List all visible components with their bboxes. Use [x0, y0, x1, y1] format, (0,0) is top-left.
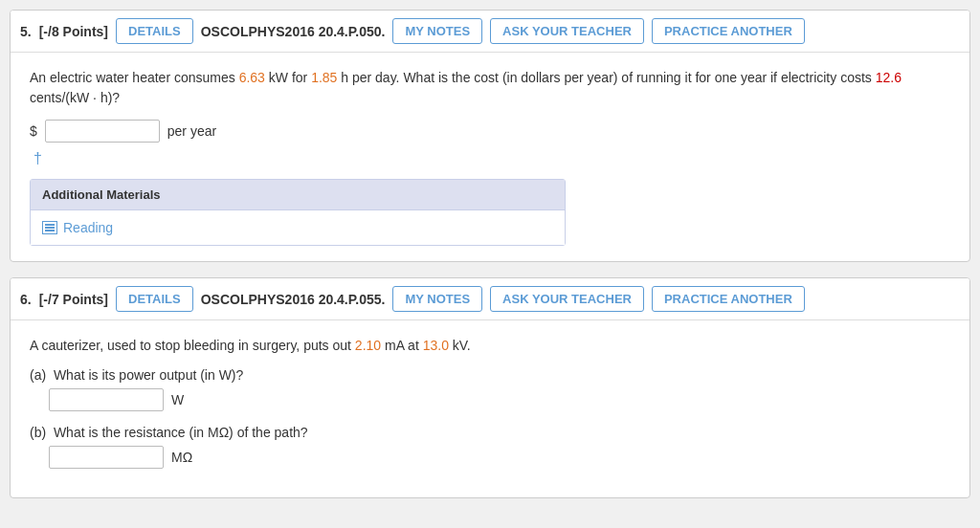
sub-question-b: (b) What is the resistance (in MΩ) of th…	[30, 425, 950, 469]
question-number-6: 6.	[20, 292, 32, 307]
text-part-1: An electric water heater consumes	[30, 70, 239, 85]
intro-text-6: A cauterizer, used to stop bleeding in s…	[30, 336, 950, 356]
question-block-5: 5. [-/8 Points] DETAILS OSCOLPHYS2016 20…	[10, 10, 970, 262]
problem-id-6: OSCOLPHYS2016 20.4.P.055.	[201, 292, 386, 307]
question-points-5: [-/8 Points]	[39, 24, 108, 39]
my-notes-button-5[interactable]: MY NOTES	[392, 18, 482, 44]
answer-input-6b[interactable]	[49, 446, 164, 469]
unit-label-6a: W	[171, 392, 184, 407]
sub-b-prefix: (b)	[30, 425, 46, 440]
problem-id-5: OSCOLPHYS2016 20.4.P.050.	[201, 24, 386, 39]
text-part-3: h per day. What is the cost (in dollars …	[337, 70, 875, 85]
book-icon	[42, 221, 57, 234]
question-body-6: A cauterizer, used to stop bleeding in s…	[11, 320, 969, 497]
plus-button-5[interactable]: †	[33, 150, 950, 167]
sub-a-prefix: (a)	[30, 367, 46, 383]
additional-materials-header-5: Additional Materials	[31, 180, 565, 210]
sub-a-text: What is its power output (in W)?	[54, 367, 243, 383]
ask-teacher-button-5[interactable]: ASK YOUR TEACHER	[490, 18, 644, 44]
practice-another-button-6[interactable]: PRACTICE ANOTHER	[652, 286, 805, 312]
question-body-5: An electric water heater consumes 6.63 k…	[11, 53, 969, 261]
intro-part-3: kV.	[449, 338, 471, 353]
dollar-sign: $	[30, 123, 37, 139]
value-hours: 1.85	[311, 70, 337, 85]
sub-question-a: (a) What is its power output (in W)? W	[30, 367, 950, 411]
page-container: 5. [-/8 Points] DETAILS OSCOLPHYS2016 20…	[0, 0, 980, 508]
question-header-6: 6. [-/7 Points] DETAILS OSCOLPHYS2016 20…	[11, 278, 969, 320]
ask-teacher-button-6[interactable]: ASK YOUR TEACHER	[490, 286, 644, 312]
sub-input-row-b: MΩ	[49, 446, 950, 469]
details-button-5[interactable]: DETAILS	[116, 18, 193, 44]
question-block-6: 6. [-/7 Points] DETAILS OSCOLPHYS2016 20…	[10, 277, 970, 498]
answer-input-5[interactable]	[45, 120, 160, 143]
question-number-5: 5.	[20, 24, 32, 39]
unit-label-6b: MΩ	[171, 450, 192, 465]
sub-label-b: (b) What is the resistance (in MΩ) of th…	[30, 425, 950, 440]
intro-part-2: mA at	[381, 338, 423, 353]
value-kv: 13.0	[423, 338, 449, 353]
sub-input-row-a: W	[49, 388, 950, 411]
value-kw: 6.63	[239, 70, 265, 85]
question-header-5: 5. [-/8 Points] DETAILS OSCOLPHYS2016 20…	[11, 11, 969, 53]
value-cents: 12.6	[876, 70, 902, 85]
reading-link[interactable]: Reading	[42, 220, 553, 235]
text-part-4: cents/(kW · h)?	[30, 90, 120, 105]
value-ma: 2.10	[355, 338, 381, 353]
details-button-6[interactable]: DETAILS	[116, 286, 193, 312]
answer-row-5: $ per year	[30, 120, 950, 143]
my-notes-button-6[interactable]: MY NOTES	[392, 286, 482, 312]
intro-part-1: A cauterizer, used to stop bleeding in s…	[30, 338, 355, 353]
sub-label-a: (a) What is its power output (in W)?	[30, 367, 950, 383]
question-points-6: [-/7 Points]	[39, 292, 108, 307]
additional-materials-5: Additional Materials Reading	[30, 179, 566, 246]
additional-materials-body-5: Reading	[31, 210, 565, 245]
question-text-5: An electric water heater consumes 6.63 k…	[30, 68, 950, 108]
sub-b-text: What is the resistance (in MΩ) of the pa…	[54, 425, 308, 440]
unit-label-5: per year	[167, 123, 216, 139]
answer-input-6a[interactable]	[49, 388, 164, 411]
practice-another-button-5[interactable]: PRACTICE ANOTHER	[652, 18, 805, 44]
reading-label: Reading	[63, 220, 113, 235]
text-part-2: kW for	[265, 70, 311, 85]
